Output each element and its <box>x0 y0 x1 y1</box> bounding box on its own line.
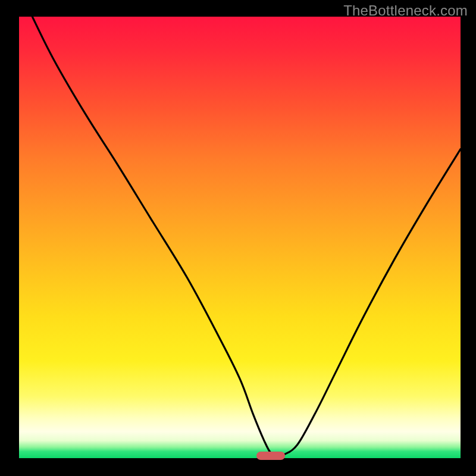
curve-layer <box>19 17 461 458</box>
watermark-text: TheBottleneck.com <box>343 2 468 19</box>
bottleneck-curve <box>32 17 461 456</box>
plot-area <box>19 17 461 458</box>
chart-frame: TheBottleneck.com <box>0 0 476 476</box>
optimal-range-marker <box>256 452 285 460</box>
